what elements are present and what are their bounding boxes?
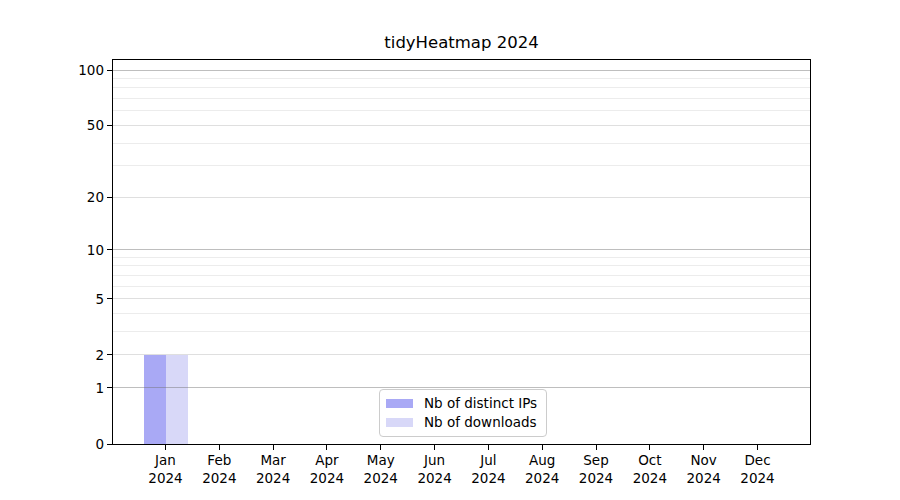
y-tick-label: 20 (0, 188, 104, 206)
legend-label-distinct-ips: Nb of distinct IPs (424, 395, 537, 411)
y-tick-mark (107, 354, 112, 355)
x-tick-mark (649, 445, 650, 450)
y-tick-label: 0 (0, 435, 104, 453)
legend-item-distinct-ips: Nb of distinct IPs (386, 395, 537, 411)
y-tick-mark (107, 249, 112, 250)
y-tick-mark (107, 125, 112, 126)
x-tick-mark (273, 445, 274, 450)
legend-label-downloads: Nb of downloads (424, 414, 537, 430)
y-tick-mark (107, 197, 112, 198)
y-tick-mark (107, 70, 112, 71)
y-tick-label: 100 (0, 61, 104, 79)
x-tick-mark (488, 445, 489, 450)
x-tick-mark (165, 445, 166, 450)
legend-item-downloads: Nb of downloads (386, 414, 537, 430)
y-tick-label: 5 (0, 290, 104, 308)
legend-swatch-distinct-ips (386, 399, 413, 408)
y-tick-label: 2 (0, 346, 104, 364)
x-tick-mark (542, 445, 543, 450)
chart-figure: tidyHeatmap 2024 Nb of distinct IPs Nb o… (0, 0, 900, 500)
legend-swatch-downloads (386, 418, 413, 427)
x-tick-label: Dec 2024 (718, 452, 798, 487)
y-tick-mark (107, 387, 112, 388)
legend: Nb of distinct IPs Nb of downloads (379, 389, 547, 437)
x-tick-mark (596, 445, 597, 450)
y-tick-mark (107, 298, 112, 299)
x-tick-mark (219, 445, 220, 450)
x-tick-mark (326, 445, 327, 450)
x-tick-mark (434, 445, 435, 450)
x-tick-mark (703, 445, 704, 450)
y-tick-label: 10 (0, 241, 104, 259)
y-tick-label: 50 (0, 116, 104, 134)
y-tick-label: 1 (0, 379, 104, 397)
y-tick-mark (107, 444, 112, 445)
x-tick-mark (757, 445, 758, 450)
x-tick-mark (380, 445, 381, 450)
